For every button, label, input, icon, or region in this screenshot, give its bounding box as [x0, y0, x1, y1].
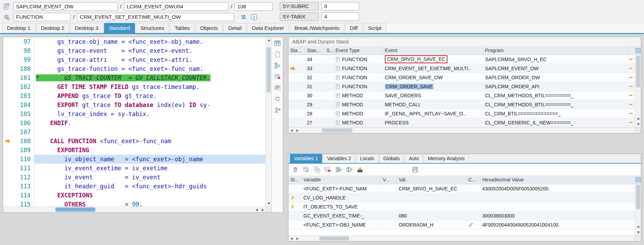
sy-subrc-value-field[interactable]: 0	[321, 2, 359, 10]
breakpoint-gutter[interactable]	[3, 119, 13, 128]
tab-tables[interactable]: Tables	[170, 23, 194, 33]
scroll-down-button[interactable]	[635, 121, 641, 127]
line-number[interactable]: 107	[13, 128, 34, 137]
tab-standard[interactable]: Standard	[104, 23, 135, 33]
tab-break-watchpoints[interactable]: Break./Watchpoints	[289, 23, 344, 33]
code-line-100[interactable]: 100 gs_trace-function = <func_exet>-func…	[3, 64, 265, 73]
code-line-101[interactable]: 101* GS_TRACE-COUNTER = GV_CALLSTACK_COU…	[3, 73, 265, 82]
line-number[interactable]: 112	[13, 173, 34, 182]
column-header-event[interactable]: Event	[383, 47, 483, 55]
scrollbar-thumb[interactable]	[267, 47, 271, 92]
import-button[interactable]	[356, 166, 364, 173]
variable-name-cell[interactable]: <FUNC_EXET>-OBJ_NAME	[302, 220, 381, 229]
variable-value-cell[interactable]: 080	[397, 211, 467, 220]
code-line-114[interactable]: 114 EXCEPTIONS	[3, 191, 265, 200]
stack-row-27[interactable]: 27METHODPROCESSCL_CRM_GENERIC_IL_NEW====…	[288, 118, 635, 127]
variables-vertical-scrollbar[interactable]	[635, 184, 641, 235]
swap-button[interactable]	[240, 13, 247, 21]
tab-globals[interactable]: Globals	[379, 154, 404, 163]
column-header-hexadecimal-value[interactable]: Hexadecimal Value	[480, 176, 635, 184]
column-header-c[interactable]: C...	[467, 176, 480, 184]
breakpoint-gutter[interactable]	[3, 109, 13, 119]
scrollbar-track[interactable]	[635, 184, 641, 223]
code-line-99[interactable]: 99 gs_trace-attri = <func_exet>-attri.	[3, 55, 265, 64]
editor-vertical-scrollbar[interactable]	[265, 37, 271, 206]
breakpoint-gutter[interactable]	[3, 191, 13, 200]
tab-desktop-3[interactable]: Desktop 3	[70, 23, 103, 33]
line-number[interactable]: 113	[13, 182, 34, 191]
variable-value-cell[interactable]	[397, 193, 467, 202]
code-line-102[interactable]: 102 GET TIME STAMP FIELD gs_trace-timest…	[3, 82, 265, 91]
stack-event-cell[interactable]: CRM_EVENT_SET_EXETIME_MULTI..	[383, 64, 483, 73]
save-button[interactable]	[411, 166, 419, 173]
column-header-sta[interactable]: Sta...	[288, 47, 305, 55]
breakpoint-gutter[interactable]	[3, 200, 13, 206]
scrollbar-track[interactable]	[300, 128, 635, 133]
include-field[interactable]: LCRM_EVENT_OWU04	[124, 2, 228, 11]
scroll-up-button[interactable]	[635, 115, 641, 121]
column-header-v[interactable]: V...	[381, 176, 397, 184]
variable-row-gc-event-exec-time[interactable]: GC_EVENT_EXEC_TIME-_080300038003000	[288, 211, 635, 220]
line-number-field[interactable]: 108	[234, 2, 273, 11]
scroll-right-button[interactable]	[294, 236, 300, 242]
variable-name-cell[interactable]: GC_EVENT_EXEC_TIME-_	[302, 211, 381, 220]
code-line-107[interactable]: 107	[3, 128, 265, 137]
line-number[interactable]: 104	[13, 100, 34, 109]
variable-change-cell[interactable]	[467, 184, 480, 193]
column-header-s[interactable]: S...	[325, 47, 334, 55]
stack-row-31[interactable]: 31FUNCTIONCRM_ORDER_SAVESAPLCRM_ORDER_AP…	[288, 82, 635, 91]
scroll-up-button[interactable]	[635, 223, 641, 229]
event-type-field[interactable]: FUNCTION	[13, 13, 71, 21]
code-line-109[interactable]: 109 EXPORTING	[3, 146, 265, 155]
editor-horizontal-scrollbar[interactable]	[3, 206, 271, 212]
breakpoint-gutter[interactable]	[3, 155, 13, 164]
stack-row-34[interactable]: 34FUNCTIONCRM_SRVO_H_SAVE_ECSAPLCRMS4_SR…	[288, 55, 635, 64]
line-number[interactable]: 103	[13, 91, 34, 100]
code-line-106[interactable]: 106 ENDIF.	[3, 119, 265, 128]
delete-table-button[interactable]	[273, 73, 281, 80]
stack-event-cell[interactable]: CRM_ORDER_SAVE	[383, 82, 483, 91]
variables-horizontal-scrollbar[interactable]	[288, 235, 641, 241]
scroll-down-button[interactable]	[635, 229, 641, 235]
variable-change-cell[interactable]	[467, 211, 480, 220]
function-name-field[interactable]: CRM_EVENT_SET_EXETIME_MULTI_OW	[77, 13, 234, 21]
stack-row-29[interactable]: 29METHODMETHOD_CALLCL_CRM_METHODS_BTIL==…	[288, 100, 635, 109]
layout-grid-button[interactable]	[635, 47, 641, 55]
scroll-left-button[interactable]	[254, 207, 260, 213]
line-number[interactable]: 106	[13, 119, 34, 128]
tab-variables-2[interactable]: Variables 2	[323, 154, 355, 163]
line-number[interactable]: 105	[13, 109, 34, 119]
breakpoint-gutter[interactable]	[3, 46, 13, 55]
breakpoint-gutter[interactable]	[3, 37, 13, 46]
breakpoint-gutter[interactable]	[3, 55, 13, 64]
variable-name-cell[interactable]: IT_OBJECTS_TO_SAVE	[302, 202, 381, 211]
breakpoint-gutter[interactable]	[3, 164, 13, 173]
variable-value-cell[interactable]: CRM_SRVO_H_SAVE_EC	[397, 184, 467, 193]
scrollbar-thumb[interactable]	[319, 236, 349, 240]
code-line-110[interactable]: 110 iv_object_name = <func_exet>-obj_nam…	[3, 155, 265, 164]
variable-name-cell[interactable]: CV_LOG_HANDL​E	[302, 193, 381, 202]
column-config-button[interactable]	[345, 166, 353, 173]
line-number[interactable]: 111	[13, 164, 34, 173]
stack-horizontal-scrollbar[interactable]	[288, 127, 641, 133]
tab-auto[interactable]: Auto	[405, 154, 423, 163]
code-line-97[interactable]: 97 gs_trace-obj_name = <func_exet>-obj_n…	[3, 37, 265, 46]
export-button[interactable]	[273, 106, 281, 114]
variable-name-cell[interactable]: <FUNC_EXET>-FUNC_NAM	[302, 184, 381, 193]
scroll-right-button[interactable]	[294, 128, 300, 133]
breakpoint-gutter[interactable]	[3, 100, 13, 109]
edit-table-button[interactable]	[302, 166, 310, 173]
scrollbar-thumb[interactable]	[636, 56, 640, 88]
refresh-button[interactable]	[273, 95, 281, 103]
stack-event-cell[interactable]: CRM_SRVO_H_SAVE_EC	[383, 55, 483, 64]
copy-table-button[interactable]	[313, 166, 321, 173]
stack-row-33[interactable]: 33FUNCTIONCRM_EVENT_SET_EXETIME_MULTI..S…	[288, 64, 635, 73]
scroll-up-button[interactable]	[266, 37, 271, 43]
variable-value-cell[interactable]: ORDERADM_H	[397, 220, 467, 229]
code-line-115[interactable]: 115 OTHERS = 99.	[3, 200, 265, 206]
variable-value-cell[interactable]	[397, 202, 467, 211]
line-number[interactable]: 99	[13, 55, 34, 64]
column-header-val[interactable]: Val.	[397, 176, 467, 184]
code-line-108[interactable]: 108 CALL FUNCTION <func_exet>-func_nam	[3, 137, 265, 146]
new-page-button[interactable]	[273, 50, 281, 58]
